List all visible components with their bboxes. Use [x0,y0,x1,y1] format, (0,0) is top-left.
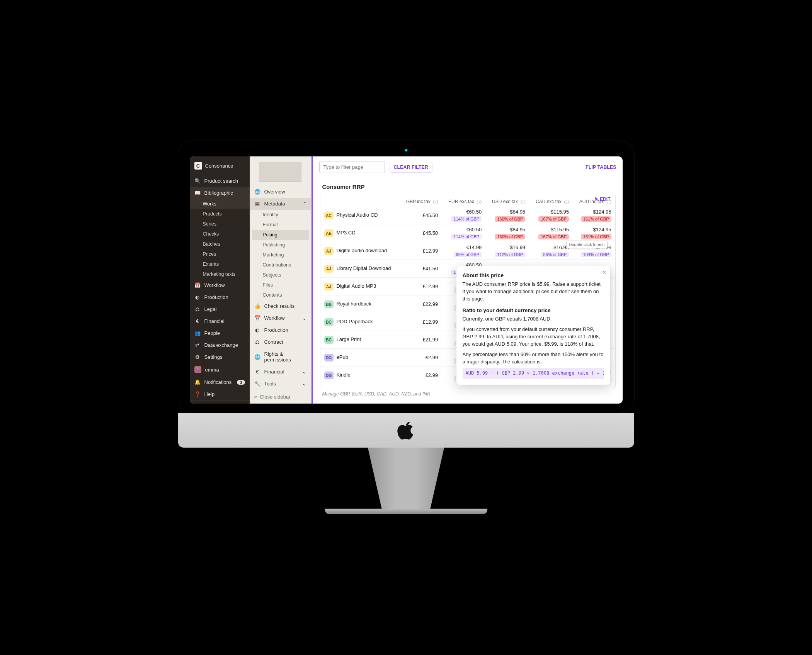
price-cell[interactable]: $84.95160% of GBP [485,224,529,242]
nav-data-exchange-label: Data exchange [204,342,238,348]
nav-data-exchange[interactable]: ⇄ Data exchange [190,339,250,351]
nav-notifications[interactable]: 🔔 Notifications 3 [190,376,250,388]
sidebar-sub-checks[interactable]: Checks [190,229,250,239]
tab-workflow[interactable]: 📅 Workflow ⌄ [250,312,311,324]
nav-production[interactable]: ◐ Production [190,291,250,303]
price-cell[interactable]: $84.95160% of GBP [485,207,529,224]
nav-financial[interactable]: € Financial [190,315,250,327]
close-popover-button[interactable]: ✕ [602,269,606,277]
price-cell[interactable]: €14.9999% of GBP [442,242,485,260]
nav-legal[interactable]: ⚖ Legal [190,303,250,315]
price-cell[interactable]: £45.50 [400,207,442,224]
sidebar-sub-series[interactable]: Series [190,219,250,229]
price-cell[interactable]: £41.50 [400,260,442,278]
book-icon: 📖 [194,190,201,196]
nav-financial-label: Financial [204,318,225,324]
tab-workflow-label: Workflow [264,315,285,321]
metadata-sub-subjects[interactable]: Subjects [250,270,311,280]
nav-help[interactable]: ❓ Help [190,388,250,400]
sidebar-sub-extents[interactable]: Extents [190,259,250,269]
info-icon[interactable]: i [564,200,569,204]
sidebar-sub-prices[interactable]: Prices [190,249,250,259]
help-icon: ❓ [194,391,201,397]
nav-help-label: Help [204,391,215,397]
nav-settings[interactable]: ⚙ Settings [190,351,250,363]
price-cell[interactable]: £12.99 [400,242,442,260]
price-value: $124.95 [593,209,611,215]
edit-tooltip: Double-click to edit [566,241,608,248]
price-cell[interactable]: £22.99 [400,295,442,313]
metadata-sub-pricing[interactable]: Pricing [252,230,309,240]
row-name: DGePub [320,349,400,367]
format-tag: AE [324,229,334,237]
metadata-sub-publishing[interactable]: Publishing [250,240,311,250]
close-secondary-sidebar-label: Close sidebar [260,394,291,400]
metadata-sub-marketing[interactable]: Marketing [250,250,311,260]
imac-base [325,509,487,514]
price-cell[interactable]: $124.95161% of GBP [573,207,615,224]
price-cell[interactable]: $115.95167% of GBP [529,207,573,224]
tab-tools[interactable]: 🔧 Tools ⌄ [250,378,311,390]
filter-input[interactable] [319,161,385,173]
brand[interactable]: C Consonance [190,156,250,175]
edit-button[interactable]: ✎ EDIT [594,197,610,202]
price-value: $115.95 [551,209,569,215]
calendar-icon: 📅 [254,315,260,321]
metadata-sub-identity[interactable]: Identity [250,210,311,220]
chevron-down-icon: ⌄ [302,381,306,387]
info-icon[interactable]: i [521,200,525,204]
tab-metadata[interactable]: ▤ Metadata ⌃ [250,198,311,210]
brand-name: Consonance [205,163,233,169]
price-cell[interactable]: £12.99 [400,313,442,331]
flip-tables-button[interactable]: FLIP TABLES [586,165,616,170]
cover-thumbnail[interactable] [259,162,301,182]
info-icon[interactable]: i [433,200,438,204]
ratio-badge: 161% of GBP [581,216,611,222]
tab-overview[interactable]: 🌐 Overview [250,186,311,198]
price-cell[interactable]: $16.99112% of GBP [485,242,529,260]
price-cell[interactable]: £2.99 [400,367,442,384]
nav-bibliographic[interactable]: 📖 Bibliographic [190,187,250,199]
price-cell[interactable]: £2.99 [400,349,442,367]
camera-dot [404,149,408,153]
nav-user[interactable]: 👾 emma [190,363,250,376]
search-icon: 🔍 [194,178,201,184]
price-cell[interactable]: £12.99 [400,278,442,295]
price-cell[interactable]: €60.50114% of GBP [442,207,485,224]
metadata-sub-files[interactable]: Files [250,280,311,290]
price-cell[interactable]: $124.95161% of GBP [573,224,615,242]
tab-check-results[interactable]: 👍 Check results [250,300,311,312]
info-icon[interactable]: i [477,200,482,204]
row-name: DGKindle [320,367,400,384]
nav-people[interactable]: 👥 People [190,327,250,339]
popover-text: Currently, one GBP equals 1.7008 AUD. [463,316,604,323]
tab-metadata-label: Metadata [264,201,285,207]
metadata-sub-format[interactable]: Format [250,220,311,230]
column-header: CAD exc tax i [529,197,573,207]
tab-rights[interactable]: 🌐 Rights & permissions [250,348,311,366]
product-search[interactable]: 🔍 Product search [190,175,250,187]
imac-stand [356,448,456,509]
tab-financial[interactable]: € Financial ⌄ [250,366,311,378]
nav-settings-label: Settings [204,354,223,360]
price-cell[interactable]: £21.99 [400,331,442,349]
close-secondary-sidebar[interactable]: « Close sidebar [250,390,311,404]
table-row: ACPhysical Audio CD£45.50€60.50114% of G… [320,207,615,224]
sidebar-sub-products[interactable]: Products [190,209,250,219]
close-primary-sidebar[interactable]: « Close sidebar [190,400,250,404]
price-value: €14.99 [466,244,482,250]
price-cell[interactable]: €60.50114% of GBP [442,224,485,242]
tab-contract[interactable]: ⚖ Contract [250,336,311,348]
tab-production[interactable]: ◐ Production [250,324,311,336]
nav-workflow[interactable]: 📅 Workflow [190,279,250,291]
sidebar-sub-batches[interactable]: Batches [190,239,250,249]
tab-overview-label: Overview [264,189,285,195]
metadata-sub-contributions[interactable]: Contributions [250,260,311,270]
format-tag: BB [324,300,334,308]
price-cell[interactable]: $115.95167% of GBP [529,224,573,242]
price-cell[interactable]: £45.50 [400,224,442,242]
sidebar-sub-works[interactable]: Works [190,199,250,209]
clear-filter-button[interactable]: CLEAR FILTER [390,162,432,173]
metadata-sub-contents[interactable]: Contents [250,290,311,300]
sidebar-sub-marketing-texts[interactable]: Marketing texts [190,269,250,279]
